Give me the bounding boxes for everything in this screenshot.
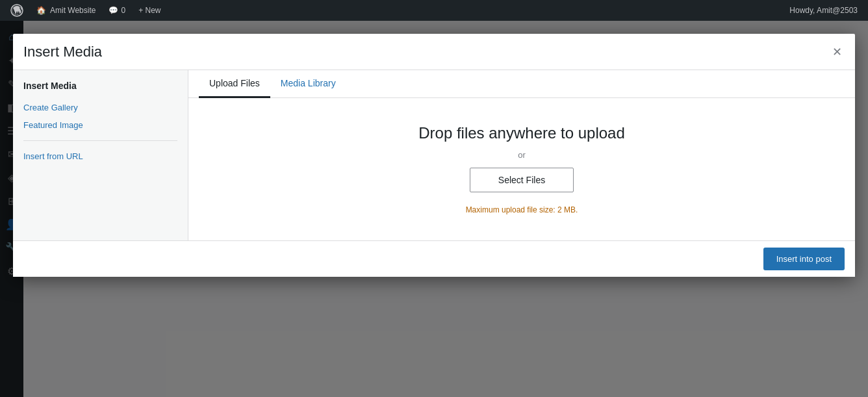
create-gallery-link[interactable]: Create Gallery bbox=[13, 99, 188, 116]
new-item[interactable]: + New bbox=[133, 0, 166, 21]
modal-title: Insert Media bbox=[23, 44, 102, 60]
comments-item[interactable]: 💬 0 bbox=[103, 0, 131, 21]
modal-footer: Insert into post bbox=[13, 240, 855, 277]
insert-into-post-button[interactable]: Insert into post bbox=[763, 248, 845, 270]
site-name-label: Amit Website bbox=[50, 6, 96, 15]
admin-bar: 🏠 Amit Website 💬 0 + New Howdy, Amit@250… bbox=[0, 0, 868, 21]
media-library-tab[interactable]: Media Library bbox=[270, 70, 346, 98]
modal-tabs: Upload Files Media Library bbox=[188, 70, 855, 98]
home-icon: 🏠 bbox=[36, 6, 46, 15]
comments-count: 0 bbox=[121, 6, 125, 15]
upload-files-tab[interactable]: Upload Files bbox=[199, 70, 270, 98]
insert-from-url-link[interactable]: Insert from URL bbox=[13, 147, 188, 165]
upload-area: Drop files anywhere to upload or Select … bbox=[188, 98, 855, 240]
wp-logo-item[interactable] bbox=[5, 0, 29, 21]
modal-header: Insert Media ✕ bbox=[13, 34, 855, 70]
or-text: or bbox=[518, 150, 526, 160]
new-label: + New bbox=[138, 6, 160, 15]
modal-close-button[interactable]: ✕ bbox=[830, 44, 845, 60]
site-name-item[interactable]: 🏠 Amit Website bbox=[31, 0, 101, 21]
modal-main: Upload Files Media Library Drop files an… bbox=[188, 70, 855, 240]
max-size-text: Maximum upload file size: 2 MB. bbox=[466, 205, 578, 214]
insert-media-modal: Insert Media ✕ Insert Media Create Galle… bbox=[13, 34, 855, 277]
modal-body: Insert Media Create Gallery Featured Ima… bbox=[13, 70, 855, 240]
comment-icon: 💬 bbox=[108, 6, 118, 15]
featured-image-link[interactable]: Featured Image bbox=[13, 116, 188, 134]
select-files-button[interactable]: Select Files bbox=[470, 168, 574, 192]
modal-sidebar-title: Insert Media bbox=[13, 81, 188, 99]
sidebar-divider bbox=[23, 140, 177, 141]
modal-overlay: Insert Media ✕ Insert Media Create Galle… bbox=[0, 21, 868, 397]
drop-files-text: Drop files anywhere to upload bbox=[418, 124, 625, 142]
howdy-label: Howdy, Amit@2503 bbox=[784, 6, 863, 15]
modal-sidebar: Insert Media Create Gallery Featured Ima… bbox=[13, 70, 188, 240]
